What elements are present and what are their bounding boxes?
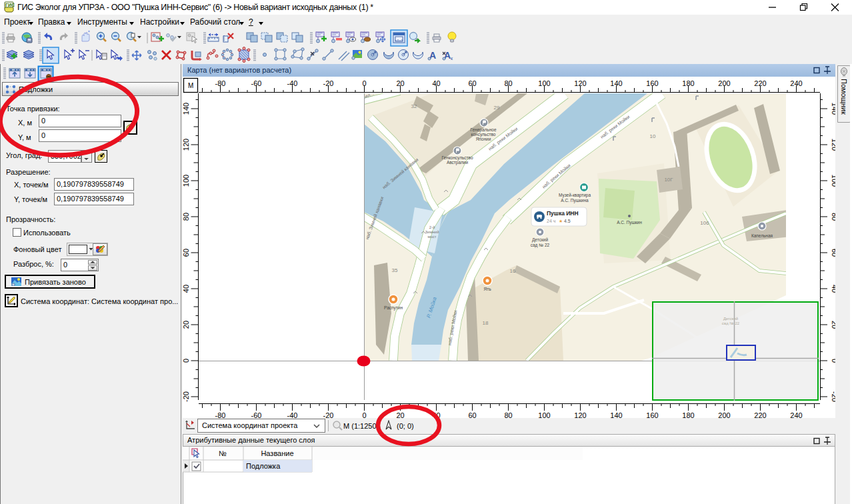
svg-text:-20: -20 xyxy=(323,79,334,87)
svg-text:мост: мост xyxy=(427,235,436,239)
svg-text:Подложка: Подложка xyxy=(246,462,281,470)
svg-text:Ять: Ять xyxy=(483,287,491,291)
svg-text:-20: -20 xyxy=(323,411,334,418)
svg-text:0: 0 xyxy=(362,79,366,87)
svg-text:40: 40 xyxy=(432,79,440,87)
svg-text:120: 120 xyxy=(574,411,586,418)
svg-text:40: 40 xyxy=(831,285,835,293)
svg-text:140: 140 xyxy=(610,79,622,87)
svg-text:100: 100 xyxy=(831,175,835,187)
svg-text:100: 100 xyxy=(538,79,550,87)
svg-text:120: 120 xyxy=(831,139,835,151)
svg-text:4.5: 4.5 xyxy=(564,219,571,223)
svg-text:-40: -40 xyxy=(287,411,298,418)
svg-text:240: 240 xyxy=(790,79,802,87)
svg-text:А.С. Пушкина: А.С. Пушкина xyxy=(561,198,589,203)
svg-text:140: 140 xyxy=(183,103,190,115)
svg-text:А.С. Пушкин: А.С. Пушкин xyxy=(617,220,642,225)
svg-text:2-й: 2-й xyxy=(429,225,435,229)
svg-text:100: 100 xyxy=(538,411,550,418)
svg-text:60: 60 xyxy=(468,411,476,418)
svg-text:200: 200 xyxy=(718,79,730,87)
svg-text:29: 29 xyxy=(494,105,500,111)
svg-text:20: 20 xyxy=(396,411,404,418)
svg-text:0: 0 xyxy=(831,359,835,363)
svg-text:-20: -20 xyxy=(831,391,835,402)
svg-text:220: 220 xyxy=(754,411,766,418)
svg-text:к: к xyxy=(451,56,453,61)
svg-text:Зимний: Зимний xyxy=(425,230,439,234)
svg-text:-60: -60 xyxy=(251,79,262,87)
svg-text:80: 80 xyxy=(183,213,190,221)
svg-text:40: 40 xyxy=(432,411,440,418)
svg-text:80: 80 xyxy=(504,411,512,418)
svg-text:180: 180 xyxy=(682,79,694,87)
svg-text:-40: -40 xyxy=(287,79,298,87)
svg-text:60: 60 xyxy=(468,79,476,87)
svg-text:80: 80 xyxy=(831,213,835,221)
svg-text:10: 10 xyxy=(650,133,656,139)
svg-text:16: 16 xyxy=(510,268,516,274)
svg-text:-60: -60 xyxy=(251,411,262,418)
svg-text:сад № 22: сад № 22 xyxy=(722,321,740,325)
svg-text:Пушка ИНН: Пушка ИНН xyxy=(547,210,579,217)
svg-text:80: 80 xyxy=(504,79,512,87)
svg-text:Японии: Японии xyxy=(476,137,491,141)
svg-text:32: 32 xyxy=(411,103,417,109)
svg-text:сад № 22: сад № 22 xyxy=(531,243,550,248)
svg-text:140: 140 xyxy=(610,411,622,418)
svg-text:ГИС: ГИС xyxy=(5,3,15,7)
svg-text:24 ч: 24 ч xyxy=(547,219,556,223)
svg-text:Капельная: Капельная xyxy=(751,233,773,238)
svg-text:18: 18 xyxy=(483,320,489,326)
svg-text:★: ★ xyxy=(559,219,563,223)
svg-text:Детский: Детский xyxy=(723,317,738,321)
svg-text:Австралии: Австралии xyxy=(447,160,469,165)
svg-text:Название: Название xyxy=(261,449,293,457)
svg-text:40: 40 xyxy=(183,285,190,293)
svg-text:100: 100 xyxy=(183,175,190,187)
svg-text:160: 160 xyxy=(646,411,658,418)
svg-text:106: 106 xyxy=(700,220,709,226)
svg-text:120: 120 xyxy=(183,139,190,151)
svg-text:35: 35 xyxy=(392,267,398,273)
svg-text:Музей-квартира: Музей-квартира xyxy=(559,193,591,198)
svg-text:0: 0 xyxy=(362,411,366,418)
svg-text:160: 160 xyxy=(646,79,658,87)
svg-text:60: 60 xyxy=(831,249,835,257)
svg-text:Распутин: Распутин xyxy=(384,305,403,311)
svg-text:0: 0 xyxy=(183,359,190,363)
svg-text:№: № xyxy=(219,449,227,457)
svg-text:-80: -80 xyxy=(215,411,226,418)
svg-text:200: 200 xyxy=(718,411,730,418)
svg-text:-80: -80 xyxy=(215,79,226,87)
svg-text:10Г: 10Г xyxy=(664,177,673,183)
svg-text:60: 60 xyxy=(183,249,190,257)
svg-text:120: 120 xyxy=(574,79,586,87)
svg-text:Детский: Детский xyxy=(532,237,548,243)
svg-text:180: 180 xyxy=(682,411,694,418)
svg-text:220: 220 xyxy=(754,79,766,87)
svg-text:-20: -20 xyxy=(183,391,190,402)
svg-text:140: 140 xyxy=(831,103,835,115)
svg-text:М: М xyxy=(188,82,193,89)
svg-text:20: 20 xyxy=(831,321,835,329)
svg-text:20: 20 xyxy=(396,79,404,87)
svg-text:240: 240 xyxy=(790,411,802,418)
svg-text:20: 20 xyxy=(183,321,190,329)
